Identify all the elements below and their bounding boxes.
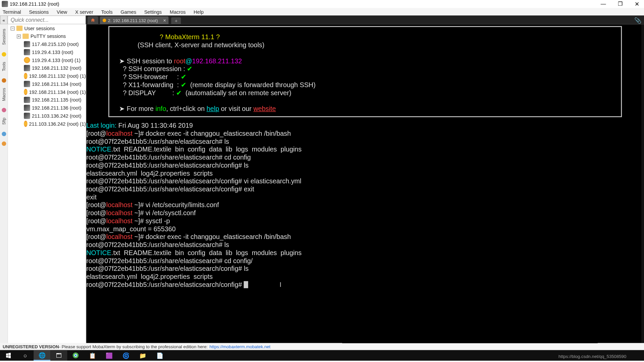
session-icon: [24, 65, 30, 71]
cortana-button[interactable]: ○: [17, 350, 34, 361]
taskbar-app[interactable]: 🌐: [34, 350, 50, 361]
menu-xserver[interactable]: X server: [75, 9, 93, 14]
close-button[interactable]: ✕: [632, 0, 642, 7]
terminal[interactable]: ? MobaXterm 11.1 ? (SSH client, X-server…: [86, 24, 644, 343]
tree-session[interactable]: 192.168.211.134 (root): [8, 80, 86, 88]
tree-session[interactable]: 192.168.211.135 (root): [8, 96, 86, 104]
expander-icon[interactable]: −: [11, 26, 15, 30]
tree-root[interactable]: − User sessions: [8, 24, 86, 33]
session-icon: [24, 113, 30, 119]
menubar: Terminal Sessions View X server Tools Ga…: [0, 8, 644, 15]
left-vertical-toolbar: Sessions Tools Macros Sftp: [0, 24, 8, 343]
paperclip-icon[interactable]: 📎: [633, 16, 642, 24]
session-icon: [24, 121, 27, 127]
home-tab[interactable]: [88, 16, 98, 24]
status-text: - Please support MobaXterm by subscribin…: [59, 344, 208, 349]
status-version: UNREGISTERED VERSION: [3, 344, 59, 349]
folder-icon: [22, 34, 29, 39]
statusbar: UNREGISTERED VERSION - Please support Mo…: [0, 343, 644, 350]
quick-connect-input[interactable]: [8, 17, 86, 23]
close-tab-icon[interactable]: ×: [163, 18, 166, 23]
windows-icon: [5, 352, 11, 358]
wrench-icon[interactable]: [2, 78, 6, 82]
tree-session[interactable]: 211.103.136.242 (root): [8, 112, 86, 120]
toolbar-row: « 2. 192.168.211.132 (root) × + 📎: [0, 15, 644, 24]
banner-content: ? MobaXterm 11.1 ? (SSH client, X-server…: [115, 31, 615, 113]
new-tab-button[interactable]: +: [171, 17, 181, 24]
menu-view[interactable]: View: [57, 9, 67, 14]
session-icon: [24, 97, 30, 103]
menu-help[interactable]: Help: [194, 9, 204, 14]
session-icon: [24, 81, 30, 87]
collapse-sidebar-button[interactable]: «: [0, 15, 7, 24]
session-tab-active[interactable]: 2. 192.168.211.132 (root) ×: [100, 16, 169, 24]
session-icon: [24, 73, 27, 79]
tree-session[interactable]: 119.29.4.133 (root) (1): [8, 56, 86, 64]
session-status-icon: [103, 18, 106, 22]
start-button[interactable]: [0, 350, 17, 361]
app-icon: [2, 1, 8, 7]
home-icon: [90, 18, 96, 23]
tree-session[interactable]: 192.168.211.132 (root): [8, 64, 86, 72]
terminal-cursor: [244, 281, 248, 288]
tree-session[interactable]: 192.168.211.136 (root): [8, 104, 86, 112]
chrome-icon: [72, 352, 79, 359]
terminal-scrollbar[interactable]: [641, 24, 644, 343]
window-titlebar: 192.168.211.132 (root) — ❐ ✕: [0, 0, 644, 8]
taskbar-chrome[interactable]: [67, 350, 84, 361]
macros-icon[interactable]: [2, 108, 6, 112]
taskbar-app[interactable]: 🟪: [101, 350, 118, 361]
session-icon: [24, 89, 27, 95]
extra-icon[interactable]: [2, 141, 6, 146]
sftp-icon[interactable]: [2, 132, 6, 136]
windows-taskbar[interactable]: ○ 🌐 🗔 📋 🟪 🌀 📁 📄 https://blog.csdn.net/qq…: [0, 350, 644, 361]
session-tree[interactable]: − User sessions + PuTTY sessions 117.48.…: [8, 24, 86, 343]
menu-macros[interactable]: Macros: [170, 9, 186, 14]
tree-session[interactable]: 211.103.136.242 (root) (1): [8, 120, 86, 128]
taskbar-explorer[interactable]: 📁: [135, 350, 151, 361]
tree-session[interactable]: 117.48.215.120 (root): [8, 40, 86, 48]
tree-putty[interactable]: + PuTTY sessions: [8, 32, 86, 40]
minimize-button[interactable]: —: [598, 0, 609, 7]
maximize-button[interactable]: ❐: [615, 0, 626, 7]
terminal-output: Last login: Fri Aug 30 11:30:46 2019 [ro…: [86, 119, 644, 289]
menu-tools[interactable]: Tools: [101, 9, 113, 14]
taskbar-app[interactable]: 📋: [84, 350, 101, 361]
vtab-sessions[interactable]: Sessions: [2, 27, 6, 47]
tree-session[interactable]: 192.168.211.132 (root) (1): [8, 72, 86, 80]
terminal-banner: ? MobaXterm 11.1 ? (SSH client, X-server…: [108, 26, 622, 117]
watermark-text: https://blog.csdn.net/qq_53508590: [558, 354, 626, 359]
menu-settings[interactable]: Settings: [144, 9, 162, 14]
status-link[interactable]: https://mobaxterm.mobatek.net: [209, 344, 270, 349]
expander-icon[interactable]: +: [17, 34, 21, 38]
taskbar-app[interactable]: 🗔: [50, 350, 67, 361]
menu-sessions[interactable]: Sessions: [29, 9, 49, 14]
taskbar-app[interactable]: 🌀: [118, 350, 135, 361]
svg-point-2: [75, 355, 76, 356]
session-icon: [24, 49, 30, 55]
menu-games[interactable]: Games: [120, 9, 136, 14]
tree-session[interactable]: 192.168.211.134 (root) (1): [8, 88, 86, 96]
quick-connect-box[interactable]: [7, 15, 86, 24]
vtab-macros[interactable]: Macros: [2, 86, 6, 103]
star-icon[interactable]: [2, 52, 6, 56]
tree-session[interactable]: 119.29.4.133 (root): [8, 48, 86, 56]
session-icon: [24, 57, 30, 63]
taskbar-app[interactable]: 📄: [151, 350, 168, 361]
menu-terminal[interactable]: Terminal: [3, 9, 21, 14]
window-title: 192.168.211.132 (root): [10, 1, 59, 7]
folder-icon: [16, 25, 22, 31]
vtab-sftp[interactable]: Sftp: [2, 116, 6, 127]
vtab-tools[interactable]: Tools: [2, 60, 6, 73]
session-tab-label: 2. 192.168.211.132 (root): [108, 18, 158, 23]
session-icon: [24, 41, 30, 47]
session-icon: [24, 105, 30, 111]
